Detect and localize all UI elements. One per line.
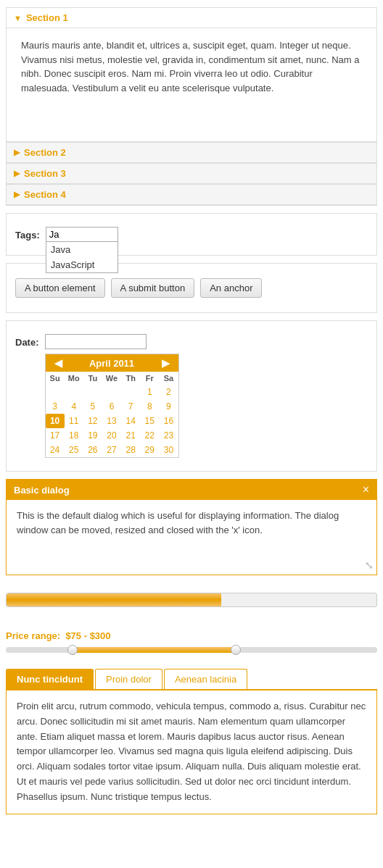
cal-day-mo: Mo xyxy=(65,372,83,385)
cal-day-fr: Fr xyxy=(140,372,159,385)
calendar-day-2-4[interactable]: 14 xyxy=(121,414,140,428)
accordion-section-2: ▶ Section 2 xyxy=(7,142,376,163)
calendar-day-3-5[interactable]: 22 xyxy=(140,428,159,443)
calendar-month-title: April 2011 xyxy=(89,358,134,369)
calendar-day-3-3[interactable]: 20 xyxy=(102,428,121,443)
dialog-widget: Basic dialog × This is the default dialo… xyxy=(6,479,377,575)
calendar-day-3-0[interactable]: 17 xyxy=(46,428,65,443)
calendar-day-2-1[interactable]: 11 xyxy=(65,414,83,428)
progress-widget xyxy=(6,583,377,614)
price-range-label: Price range: $75 - $300 xyxy=(6,630,377,641)
accordion-header-3[interactable]: ▶ Section 3 xyxy=(7,164,376,184)
calendar-days-header-row: Su Mo Tu We Th Fr Sa xyxy=(46,372,178,385)
accordion-title-4: Section 4 xyxy=(24,189,66,200)
accordion-section-4: ▶ Section 4 xyxy=(7,184,376,205)
slider-handle-left[interactable] xyxy=(67,645,78,655)
accordion-content-1: Mauris mauris ante, blandit et, ultrices… xyxy=(7,28,376,142)
accordion-arrow-4: ▶ xyxy=(14,190,20,199)
tags-input-wrap: Java JavaScript xyxy=(46,227,118,242)
calendar-day-1-6[interactable]: 9 xyxy=(159,399,178,414)
accordion-header-4[interactable]: ▶ Section 4 xyxy=(7,185,376,205)
date-input-area: ◀ April 2011 ▶ Su Mo Tu We Th Fr Sa xyxy=(45,334,179,458)
dialog-close-button[interactable]: × xyxy=(363,484,369,496)
calendar-day-3-2[interactable]: 19 xyxy=(83,428,102,443)
calendar-day-2-2[interactable]: 12 xyxy=(83,414,102,428)
buttons-row: A button element A submit button An anch… xyxy=(15,271,368,305)
calendar-day-0-6[interactable]: 2 xyxy=(159,385,178,399)
calendar-day-0-5[interactable]: 1 xyxy=(140,385,159,399)
accordion-header-1[interactable]: ▼ Section 1 xyxy=(7,8,376,28)
dialog-resize-handle[interactable]: ⤡ xyxy=(365,558,374,573)
accordion-title-3: Section 3 xyxy=(24,168,66,179)
calendar-day-2-0[interactable]: 10 xyxy=(46,414,65,428)
tab-button-3[interactable]: Aenean lacinia xyxy=(164,669,247,689)
accordion-arrow-3: ▶ xyxy=(14,169,20,178)
calendar-day-4-2[interactable]: 26 xyxy=(83,443,102,457)
calendar-day-0-2 xyxy=(83,385,102,399)
tabs-header: Nunc tincidunt Proin dolor Aenean lacini… xyxy=(6,669,377,690)
cal-day-th: Th xyxy=(121,372,140,385)
datepicker-widget: Date: ◀ April 2011 ▶ Su Mo Tu We xyxy=(6,320,377,472)
price-range-value: $75 - $300 xyxy=(65,630,110,641)
accordion-arrow-1: ▼ xyxy=(14,14,22,22)
price-range-widget: Price range: $75 - $300 xyxy=(6,622,377,662)
tags-dropdown-item-javascript[interactable]: JavaScript xyxy=(46,257,118,272)
calendar-day-4-4[interactable]: 28 xyxy=(121,443,140,457)
calendar-day-4-1[interactable]: 25 xyxy=(65,443,83,457)
date-row: Date: ◀ April 2011 ▶ Su Mo Tu We xyxy=(15,328,368,464)
submit-button[interactable]: A submit button xyxy=(111,278,195,298)
anchor-link[interactable]: An anchor xyxy=(200,278,262,298)
progress-bar-inner xyxy=(7,593,221,606)
calendar-week-row-0: 12 xyxy=(46,385,178,399)
calendar-day-0-3 xyxy=(102,385,121,399)
calendar-week-row-1: 3456789 xyxy=(46,399,178,414)
accordion-header-2[interactable]: ▶ Section 2 xyxy=(7,143,376,163)
calendar-day-4-0[interactable]: 24 xyxy=(46,443,65,457)
calendar-grid: Su Mo Tu We Th Fr Sa 1234567891011121314… xyxy=(46,372,178,457)
cal-day-su: Su xyxy=(46,372,65,385)
calendar-day-4-6[interactable]: 30 xyxy=(159,443,178,457)
calendar-day-1-4[interactable]: 7 xyxy=(121,399,140,414)
calendar-day-1-1[interactable]: 4 xyxy=(65,399,83,414)
calendar-day-2-3[interactable]: 13 xyxy=(102,414,121,428)
calendar-day-3-6[interactable]: 23 xyxy=(159,428,178,443)
slider-track xyxy=(73,647,236,653)
calendar-day-2-5[interactable]: 15 xyxy=(140,414,159,428)
tags-widget: Tags: Java JavaScript xyxy=(6,213,377,256)
tags-input[interactable] xyxy=(46,227,118,242)
calendar-next-button[interactable]: ▶ xyxy=(159,357,173,369)
tags-dropdown: Java JavaScript xyxy=(46,242,118,273)
dialog-body: This is the default dialog which is usef… xyxy=(7,500,376,575)
calendar-prev-button[interactable]: ◀ xyxy=(52,357,65,369)
calendar-day-1-5[interactable]: 8 xyxy=(140,399,159,414)
tab-button-1[interactable]: Nunc tincidunt xyxy=(6,669,94,689)
tags-row: Tags: Java JavaScript xyxy=(15,221,368,248)
tags-label: Tags: xyxy=(15,227,40,241)
calendar-week-row-4: 24252627282930 xyxy=(46,443,178,457)
tabs-widget: Nunc tincidunt Proin dolor Aenean lacini… xyxy=(6,669,377,814)
calendar-day-1-2[interactable]: 5 xyxy=(83,399,102,414)
calendar-day-3-1[interactable]: 18 xyxy=(65,428,83,443)
accordion-section-3: ▶ Section 3 xyxy=(7,163,376,184)
calendar: ◀ April 2011 ▶ Su Mo Tu We Th Fr Sa xyxy=(45,354,179,458)
slider-handle-right[interactable] xyxy=(231,645,241,655)
calendar-week-row-2: 10111213141516 xyxy=(46,414,178,428)
calendar-day-1-3[interactable]: 6 xyxy=(102,399,121,414)
tags-dropdown-item-java[interactable]: Java xyxy=(46,242,118,257)
tab-button-2[interactable]: Proin dolor xyxy=(95,669,162,689)
accordion-title-2: Section 2 xyxy=(24,147,66,158)
calendar-day-2-6[interactable]: 16 xyxy=(159,414,178,428)
calendar-day-3-4[interactable]: 21 xyxy=(121,428,140,443)
calendar-day-4-3[interactable]: 27 xyxy=(102,443,121,457)
button-element[interactable]: A button element xyxy=(15,278,105,298)
calendar-week-row-3: 17181920212223 xyxy=(46,428,178,443)
dialog-title: Basic dialog xyxy=(14,485,70,496)
calendar-day-1-0[interactable]: 3 xyxy=(46,399,65,414)
price-range-slider xyxy=(6,647,377,653)
accordion-arrow-2: ▶ xyxy=(14,148,20,157)
accordion-title-1: Section 1 xyxy=(26,12,68,23)
calendar-day-4-5[interactable]: 29 xyxy=(140,443,159,457)
date-input[interactable] xyxy=(45,334,147,349)
progress-bar-outer xyxy=(6,593,377,607)
calendar-day-0-0 xyxy=(46,385,65,399)
